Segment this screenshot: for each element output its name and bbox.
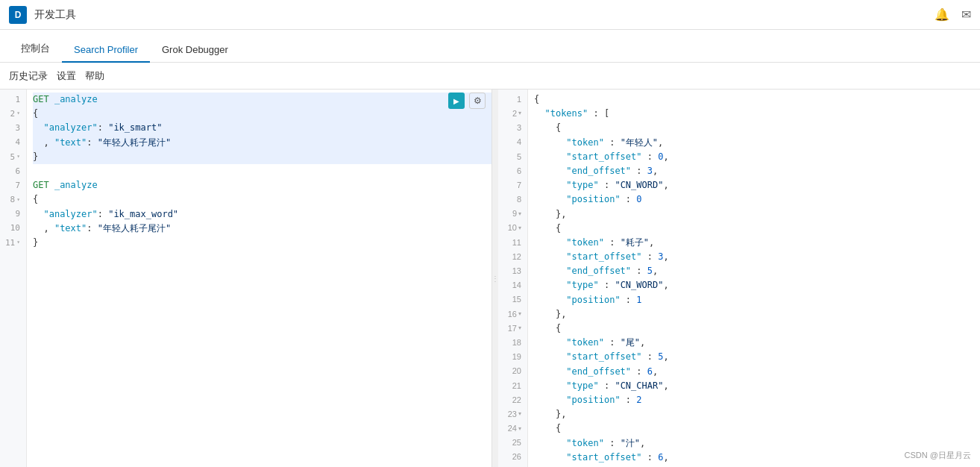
rln-2[interactable]: 2 <box>498 107 527 121</box>
rcl-3: { <box>534 121 980 135</box>
rcl-23: }, <box>534 407 980 421</box>
app-title: 开发工具 <box>34 8 76 22</box>
ln-11[interactable]: 11 <box>0 236 26 250</box>
line-numbers: 1 2 3 4 5 6 7 8 9 10 11 <box>0 90 27 467</box>
rln-14: 14 <box>498 278 527 292</box>
help-btn[interactable]: 帮助 <box>85 69 104 83</box>
ln-6: 6 <box>0 164 26 178</box>
rln-5: 5 <box>498 150 527 164</box>
code-line-11: } <box>33 236 491 250</box>
rln-8: 8 <box>498 192 527 207</box>
rcl-13: "end_offset" : 5, <box>534 264 980 278</box>
rln-16[interactable]: 16 <box>498 307 527 322</box>
rln-3: 3 <box>498 121 527 135</box>
ln-8[interactable]: 8 <box>0 192 26 207</box>
watermark: CSDN @日星月云 <box>905 450 971 461</box>
ln-4: 4 <box>0 136 26 150</box>
rcl-2: "tokens" : [ <box>534 107 980 121</box>
code-line-6 <box>33 164 491 178</box>
rcl-6: "end_offset" : 3, <box>534 164 980 178</box>
code-editor[interactable]: 1 2 3 4 5 6 7 8 9 10 11 GET _analyze { "… <box>0 90 491 467</box>
rcl-10: { <box>534 222 980 236</box>
ln-2[interactable]: 2 <box>0 107 26 121</box>
rcl-12: "start_offset" : 3, <box>534 250 980 264</box>
rln-26: 26 <box>498 451 527 465</box>
right-code-content: { "tokens" : [ { "token" : "年轻人", "start… <box>528 90 980 467</box>
ln-10: 10 <box>0 222 26 236</box>
bell-icon[interactable]: 🔔 <box>935 7 949 22</box>
rcl-9: }, <box>534 207 980 222</box>
code-line-4: , "text": "年轻人耗子尾汁" <box>33 136 491 150</box>
rln-10[interactable]: 10 <box>498 222 527 236</box>
code-content[interactable]: GET _analyze { "analyzer": "ik_smart" , … <box>27 90 491 467</box>
rln-23[interactable]: 23 <box>498 407 527 421</box>
rln-12: 12 <box>498 250 527 264</box>
rln-11: 11 <box>498 236 527 250</box>
rcl-16: }, <box>534 307 980 322</box>
rcl-1: { <box>534 93 980 107</box>
rln-9[interactable]: 9 <box>498 207 527 222</box>
wrench-button[interactable]: ⚙ <box>469 93 486 109</box>
rln-19: 19 <box>498 350 527 364</box>
rcl-24: { <box>534 421 980 436</box>
rln-15: 15 <box>498 293 527 307</box>
top-bar: D 开发工具 🔔 ✉ <box>0 0 980 30</box>
rln-6: 6 <box>498 164 527 178</box>
drag-handle[interactable]: ⋮ <box>492 90 498 467</box>
ln-3: 3 <box>0 121 26 135</box>
ln-5[interactable]: 5 <box>0 150 26 164</box>
code-line-5: } <box>33 150 491 164</box>
rcl-21: "type" : "CN_CHAR", <box>534 379 980 393</box>
rln-20: 20 <box>498 365 527 379</box>
code-line-9: "analyzer": "ik_max_word" <box>33 207 491 222</box>
rcl-22: "position" : 2 <box>534 393 980 407</box>
settings-btn[interactable]: 设置 <box>57 69 76 83</box>
rln-24[interactable]: 24 <box>498 421 527 436</box>
nav-tabs: 控制台 Search Profiler Grok Debugger <box>0 30 980 63</box>
main-content: ▶ ⚙ 1 2 3 4 5 6 7 8 9 10 11 GET _analyze… <box>0 90 980 467</box>
rcl-7: "type" : "CN_WORD", <box>534 178 980 192</box>
rcl-19: "start_offset" : 5, <box>534 350 980 364</box>
code-line-10: , "text": "年轻人耗子尾汁" <box>33 222 491 236</box>
rln-22: 22 <box>498 393 527 407</box>
right-panel: 1 2 3 4 5 6 7 8 9 10 11 12 13 14 15 16 1… <box>498 90 980 467</box>
code-line-1: GET _analyze <box>33 93 491 107</box>
rcl-20: "end_offset" : 6, <box>534 365 980 379</box>
tab-grok-debugger[interactable]: Grok Debugger <box>150 38 240 63</box>
rcl-14: "type" : "CN_WORD", <box>534 278 980 292</box>
mail-icon[interactable]: ✉ <box>961 7 971 22</box>
code-line-3: "analyzer": "ik_smart" <box>33 121 491 135</box>
play-button[interactable]: ▶ <box>448 93 465 109</box>
right-line-numbers: 1 2 3 4 5 6 7 8 9 10 11 12 13 14 15 16 1… <box>498 90 528 467</box>
rcl-11: "token" : "耗子", <box>534 236 980 250</box>
ln-1: 1 <box>0 93 26 107</box>
code-line-8: { <box>33 192 491 207</box>
rln-1: 1 <box>498 93 527 107</box>
rcl-5: "start_offset" : 0, <box>534 150 980 164</box>
code-line-2: { <box>33 107 491 121</box>
rcl-4: "token" : "年轻人", <box>534 136 980 150</box>
left-panel: ▶ ⚙ 1 2 3 4 5 6 7 8 9 10 11 GET _analyze… <box>0 90 492 467</box>
rcl-8: "position" : 0 <box>534 192 980 207</box>
rln-21: 21 <box>498 379 527 393</box>
top-bar-right: 🔔 ✉ <box>935 7 971 22</box>
left-panel-toolbar: ▶ ⚙ <box>448 93 486 109</box>
rcl-17: { <box>534 322 980 336</box>
rln-4: 4 <box>498 136 527 150</box>
app-icon: D <box>9 6 27 24</box>
sub-toolbar: 历史记录 设置 帮助 <box>0 63 980 90</box>
rln-18: 18 <box>498 336 527 350</box>
rcl-25: "token" : "汁", <box>534 436 980 451</box>
ln-7: 7 <box>0 178 26 192</box>
rln-25: 25 <box>498 436 527 451</box>
tab-search-profiler[interactable]: Search Profiler <box>62 38 150 63</box>
rln-17[interactable]: 17 <box>498 322 527 336</box>
top-bar-left: D 开发工具 <box>9 6 76 24</box>
tab-console[interactable]: 控制台 <box>9 36 62 63</box>
rcl-15: "position" : 1 <box>534 293 980 307</box>
code-line-7: GET _analyze <box>33 178 491 192</box>
ln-9: 9 <box>0 207 26 222</box>
rcl-18: "token" : "尾", <box>534 336 980 350</box>
rln-13: 13 <box>498 264 527 278</box>
history-btn[interactable]: 历史记录 <box>9 69 48 83</box>
